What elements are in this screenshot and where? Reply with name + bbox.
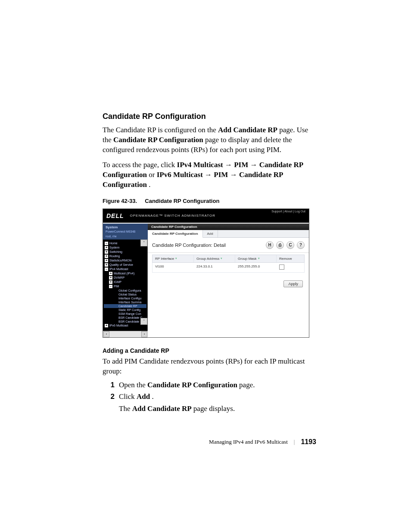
nav-interface-summary[interactable]: Interface Summa — [104, 300, 146, 304]
col-label: Group Address — [196, 257, 219, 261]
nav-label: Home — [109, 242, 118, 245]
nav-switching[interactable]: +Switching — [104, 250, 146, 254]
term-add-candidate-rp: Add Candidate RP — [218, 126, 277, 134]
sort-icon: ▾ — [175, 257, 177, 260]
expand-icon: + — [109, 272, 112, 275]
expand-icon: + — [105, 263, 108, 267]
nav-label: Interface Summa — [118, 301, 141, 304]
nav-label: Static RP Config — [118, 308, 140, 311]
text: page displays. — [193, 404, 235, 413]
nav-tree[interactable]: ˄ –Home +System +Switching +Routing +Sta… — [103, 240, 148, 331]
text: Open the — [119, 381, 147, 389]
nav-qos[interactable]: +Quality of Service — [104, 263, 146, 267]
scroll-up-icon[interactable]: ˄ — [140, 240, 147, 246]
nav-global-status[interactable]: Global Status — [104, 292, 146, 296]
figure-number: Figure 42-33. — [103, 198, 137, 204]
text: . — [152, 392, 154, 401]
help-icon[interactable]: ? — [297, 241, 305, 249]
toolbar-icons: H ⎙ C ? — [266, 241, 305, 249]
figure-title: Candidate RP Configuration — [145, 198, 219, 204]
apply-button[interactable]: Apply — [283, 280, 303, 287]
col-group-mask[interactable]: Group Mask▾ — [235, 255, 277, 262]
scroll-down-icon[interactable]: ˅ — [140, 318, 147, 325]
page-number: 1193 — [301, 438, 316, 446]
nav-label: Global Status — [118, 293, 137, 296]
footer-section: Managing IPv4 and IPv6 Multicast — [209, 439, 288, 445]
arrow: → — [205, 171, 214, 179]
cell-rp-interface: Vl100 — [153, 263, 194, 272]
sidebar-system-label: System — [103, 224, 148, 230]
nav-label: System — [109, 246, 119, 249]
nav-ipv6-multicast: IPv6 Multicast — [157, 171, 203, 179]
app-title: OPENMANAGE™ SWITCH ADMINISTRATOR — [130, 214, 215, 218]
cell-group-mask: 255.255.255.0 — [235, 263, 277, 272]
paragraph-3: To add PIM Candidate rendezvous points (… — [103, 357, 316, 376]
scroll-left-icon[interactable]: ‹ — [103, 331, 109, 337]
text: or — [149, 171, 156, 179]
table-header: RP Interface▾ Group Address▾ Group Mask▾… — [152, 255, 305, 263]
tab-config[interactable]: Candidate RP Configuration — [148, 230, 203, 238]
collapse-icon: – — [105, 268, 108, 271]
figure-caption: Figure 42-33. Candidate RP Configuration — [103, 198, 316, 204]
step-number: 1 — [103, 380, 115, 390]
term-candidate-rp-config: Candidate RP Configuration — [113, 136, 203, 144]
nav-routing[interactable]: +Routing — [104, 254, 146, 258]
nav-label: IPv4 Multicast — [109, 268, 128, 271]
nav-mcast[interactable]: +Multicast (IPv4) — [104, 271, 146, 276]
breadcrumb: Candidate RP Configuration — [148, 224, 309, 230]
h-scrollbar[interactable]: ‹ › — [103, 331, 148, 337]
detail-title: Candidate RP Configuration: Detail — [152, 243, 226, 248]
nav-global-config[interactable]: Global Configura — [104, 289, 146, 292]
text: page. — [239, 381, 255, 389]
nav-label: Candidate RP — [118, 305, 137, 308]
nav-label: Interface Configu — [118, 297, 141, 300]
nav-label: DVMRP — [114, 276, 125, 279]
button-row: Apply — [148, 273, 309, 287]
nav-ssm-range[interactable]: SSM Range Con — [104, 312, 146, 316]
dell-logo: DELL — [106, 212, 124, 219]
step-number: 2 — [103, 392, 115, 402]
table-row: Vl100 224.33.0.1 255.255.255.0 — [152, 263, 305, 273]
nav-stats[interactable]: +Statistics/RMON — [104, 258, 146, 263]
nav-pim-2: PIM — [214, 171, 228, 179]
header-links[interactable]: Support | About | Log Out — [271, 210, 305, 213]
col-group-address[interactable]: Group Address▾ — [194, 255, 235, 262]
arrow: → — [225, 161, 234, 169]
collapse-icon: – — [105, 242, 108, 245]
expand-icon: + — [109, 276, 112, 280]
refresh-icon[interactable]: C — [286, 241, 294, 249]
tab-add[interactable]: Add — [203, 230, 218, 237]
nav-pim-node[interactable]: –PIM — [104, 284, 146, 289]
nav-label: Quality of Service — [109, 263, 133, 266]
nav-igmp[interactable]: +IGMP — [104, 280, 146, 284]
sort-icon: ▾ — [258, 257, 260, 260]
cell-group-address: 224.33.0.1 — [194, 263, 235, 272]
scroll-right-icon[interactable]: › — [141, 331, 147, 337]
col-label: RP Interface — [155, 257, 174, 261]
arrow: → — [230, 171, 239, 179]
nav-ipv4-multicast: IPv4 Multicast — [177, 161, 223, 169]
section-heading: Candidate RP Configuration — [103, 112, 316, 121]
nav-dvmrp[interactable]: +DVMRP — [104, 276, 146, 280]
list-item: 2 Click Add . — [103, 392, 316, 402]
col-rp-interface[interactable]: RP Interface▾ — [153, 255, 194, 262]
app-header: DELL OPENMANAGE™ SWITCH ADMINISTRATOR Su… — [103, 209, 309, 223]
nav-label: Multicast (IPv4) — [114, 272, 134, 275]
nav-label: Routing — [109, 255, 120, 258]
nav-pim: PIM — [234, 161, 248, 169]
sort-icon: ▾ — [221, 257, 222, 260]
nav-interface-config[interactable]: Interface Configu — [104, 296, 146, 300]
print-icon[interactable]: ⎙ — [276, 241, 284, 249]
save-icon[interactable]: H — [266, 241, 274, 249]
remove-checkbox[interactable] — [279, 264, 284, 270]
text: The — [119, 404, 132, 413]
nav-ipv4[interactable]: –IPv4 Multicast — [104, 267, 146, 271]
text: . — [149, 180, 150, 189]
nav-label: IGMP — [114, 280, 121, 283]
expand-icon: + — [105, 324, 108, 327]
paragraph-1: The Candidate RP is configured on the Ad… — [103, 125, 316, 155]
step-body: Click Add . — [119, 392, 154, 402]
expand-icon: + — [105, 246, 108, 249]
nav-candidate-rp[interactable]: Candidate RP — [104, 304, 146, 308]
nav-static-rp[interactable]: Static RP Config — [104, 308, 146, 312]
